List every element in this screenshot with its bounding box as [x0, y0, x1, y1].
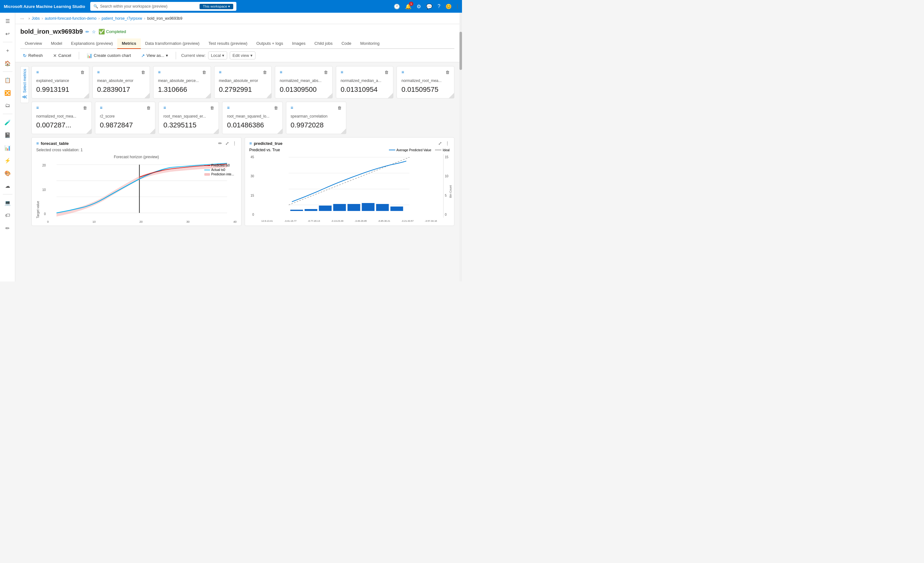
forecast-expand-icon[interactable]: ⤢	[225, 141, 229, 146]
avg-predicted-line	[389, 150, 395, 150]
sidebar-menu-icon[interactable]: ☰	[2, 15, 14, 27]
forecast-chart-lines-icon[interactable]: ≡	[36, 141, 39, 146]
breadcrumb-automl[interactable]: automl-forecast-function-demo	[45, 16, 97, 21]
sidebar-compute-icon[interactable]: 💻	[2, 197, 14, 209]
metric-lines-icon-5[interactable]: ≡	[280, 70, 282, 75]
metric-lines-icon-9[interactable]: ≡	[100, 105, 102, 110]
forecast-more-icon[interactable]: ⋮	[232, 141, 237, 146]
metric-delete-12[interactable]: 🗑	[338, 105, 342, 110]
edit-view-chevron: ▾	[250, 53, 253, 58]
forecast-edit-icon[interactable]: ✏	[218, 141, 222, 146]
metric-value-3: 1.310666	[158, 86, 206, 94]
sidebar-labeling-icon[interactable]: 🏷	[2, 210, 14, 221]
tab-outputs-logs[interactable]: Outputs + logs	[252, 38, 288, 49]
breadcrumb-nav-forward[interactable]: ›	[28, 16, 30, 21]
metric-lines-icon-6[interactable]: ≡	[340, 70, 343, 75]
metric-lines-icon-4[interactable]: ≡	[219, 70, 222, 75]
feedback-icon[interactable]: 💬	[426, 3, 432, 9]
metric-name-1: explained_variance	[36, 78, 84, 83]
metric-delete-8[interactable]: 🗑	[83, 105, 87, 110]
forecast-chart-area: Target value 20 10 0	[36, 161, 237, 218]
metric-delete-5[interactable]: 🗑	[324, 70, 328, 75]
tab-images[interactable]: Images	[288, 38, 310, 49]
workspace-badge[interactable]: This workspace ▾	[200, 4, 233, 9]
tab-overview[interactable]: Overview	[20, 38, 46, 49]
sidebar-designer-icon[interactable]: 🎨	[2, 167, 14, 179]
breadcrumb-patient[interactable]: patient_horse_r7yrpsxw	[102, 16, 142, 21]
breadcrumb-jobs[interactable]: Jobs	[32, 16, 40, 21]
sidebar-endpoints-icon[interactable]: ☁	[2, 180, 14, 192]
sidebar-experiments-icon[interactable]: 🧪	[2, 117, 14, 128]
predicted-more-icon[interactable]: ⋮	[445, 141, 450, 146]
metric-lines-icon-2[interactable]: ≡	[97, 70, 100, 75]
help-icon[interactable]: ?	[438, 3, 440, 9]
tab-model[interactable]: Model	[46, 38, 66, 49]
tab-test-results[interactable]: Test results (preview)	[204, 38, 252, 49]
sidebar-pipelines-icon[interactable]: 🔀	[2, 87, 14, 99]
sidebar-plus-icon[interactable]: ＋	[2, 45, 14, 56]
svg-rect-17	[390, 207, 403, 211]
metric-lines-icon-3[interactable]: ≡	[158, 70, 160, 75]
metric-delete-11[interactable]: 🗑	[274, 105, 278, 110]
sidebar-jobs-icon[interactable]: 📋	[2, 74, 14, 86]
refresh-button[interactable]: ↻ Refresh	[20, 52, 45, 59]
fold-corner-8	[86, 129, 92, 134]
sidebar-notebooks-icon[interactable]: 📓	[2, 129, 14, 141]
sidebar-home-icon[interactable]: 🏠	[2, 57, 14, 69]
history-icon[interactable]: 🕐	[394, 3, 400, 9]
metric-delete-6[interactable]: 🗑	[384, 70, 388, 75]
status-label: Completed	[106, 29, 126, 34]
metric-delete-9[interactable]: 🗑	[147, 105, 151, 110]
predicted-y-axis: 45 30 15 0	[249, 154, 255, 218]
metric-lines-icon-12[interactable]: ≡	[291, 105, 293, 110]
cancel-button[interactable]: ✕ Cancel	[51, 52, 74, 59]
sidebar-ml-icon[interactable]: 📊	[2, 142, 14, 153]
metric-delete-10[interactable]: 🗑	[210, 105, 214, 110]
select-metrics-panel[interactable]: ≫ Select metrics	[20, 66, 29, 103]
metric-delete-1[interactable]: 🗑	[80, 70, 84, 75]
metric-value-5: 0.01309500	[280, 86, 328, 94]
right-scrollbar[interactable]	[459, 13, 462, 281]
metric-lines-icon-7[interactable]: ≡	[401, 70, 404, 75]
tab-monitoring[interactable]: Monitoring	[356, 38, 384, 49]
settings-icon[interactable]: ⚙	[417, 3, 421, 9]
sidebar-datasets-icon[interactable]: 🗂	[2, 100, 14, 111]
edit-title-icon[interactable]: ✏	[86, 29, 89, 34]
local-view-select[interactable]: Local ▾	[208, 51, 227, 59]
view-as-button[interactable]: ↗ View as... ▾	[138, 52, 171, 59]
tab-explanations[interactable]: Explanations (preview)	[67, 38, 118, 49]
fold-corner-5	[327, 93, 332, 98]
edit-view-button[interactable]: Edit view ▾	[230, 51, 255, 59]
create-chart-button[interactable]: 📊 Create custom chart	[84, 52, 134, 59]
tab-child-jobs[interactable]: Child jobs	[310, 38, 337, 49]
metric-card-nmae: ≡ 🗑 normalized_mean_abs... 0.01309500	[275, 66, 333, 99]
metric-card-rmsle: ≡ 🗑 root_mean_squared_lo... 0.01486386	[222, 102, 282, 134]
local-chevron: ▾	[222, 53, 224, 58]
predicted-chart-lines-icon[interactable]: ≡	[249, 141, 252, 146]
page-title-row: bold_iron_wx9693b9 ✏ ☆ ✅ Completed	[20, 28, 454, 35]
metric-delete-7[interactable]: 🗑	[446, 70, 450, 75]
tab-data-transform[interactable]: Data transformation (preview)	[141, 38, 204, 49]
scrollbar-thumb[interactable]	[459, 32, 462, 70]
favorite-icon[interactable]: ☆	[92, 29, 96, 34]
user-avatar[interactable]: 😊	[446, 3, 452, 9]
sidebar-edit-icon[interactable]: ✏	[2, 222, 14, 234]
notification-icon[interactable]: 🔔 1	[405, 3, 411, 9]
metric-lines-icon-8[interactable]: ≡	[36, 105, 39, 110]
search-bar[interactable]: 🔍 Search within your workspace (preview)…	[90, 2, 236, 11]
forecast-x-title: Forecast horizon (preview)	[36, 155, 237, 159]
sidebar-automl-icon[interactable]: ⚡	[2, 155, 14, 166]
metric-lines-icon-10[interactable]: ≡	[164, 105, 166, 110]
hamburger-button[interactable]: ···	[20, 16, 24, 21]
metric-value-1: 0.9913191	[36, 86, 84, 94]
predicted-expand-icon[interactable]: ⤢	[438, 141, 442, 146]
metric-delete-4[interactable]: 🗑	[263, 70, 267, 75]
metric-delete-2[interactable]: 🗑	[141, 70, 145, 75]
metrics-area: ≫ Select metrics ≡ 🗑	[15, 62, 459, 281]
tab-metrics[interactable]: Metrics	[117, 38, 141, 49]
metric-delete-3[interactable]: 🗑	[202, 70, 206, 75]
metric-lines-icon-11[interactable]: ≡	[227, 105, 230, 110]
sidebar-back-icon[interactable]: ↩	[2, 28, 14, 39]
metric-lines-icon-1[interactable]: ≡	[36, 70, 39, 75]
tab-code[interactable]: Code	[337, 38, 356, 49]
